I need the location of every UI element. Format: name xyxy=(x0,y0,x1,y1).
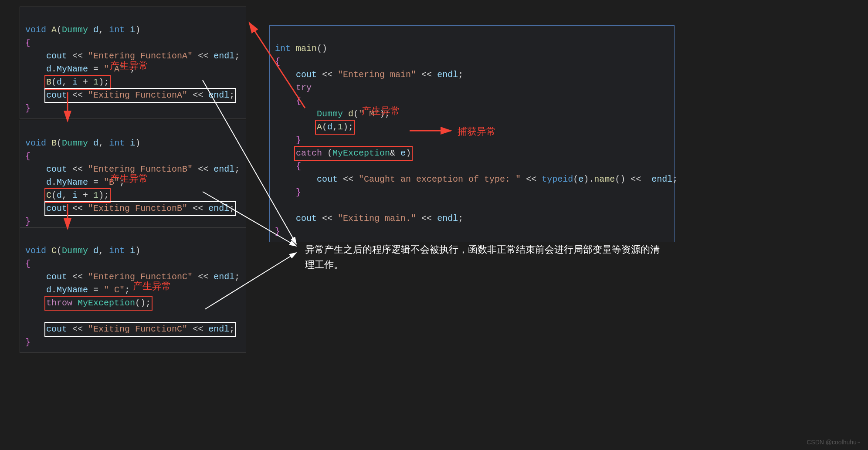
keyword-catch: catch xyxy=(296,148,322,158)
annotation-catch: 捕获异常 xyxy=(458,125,496,138)
highlight-call-b: B(d, i + 1); xyxy=(44,75,111,90)
string-enter-main: "Entering main" xyxy=(338,70,416,80)
annotation-exception-c: 产生异常 xyxy=(133,280,171,293)
arg-d: d xyxy=(327,122,332,132)
fn-c-call: C xyxy=(46,190,51,200)
arg-i: i xyxy=(72,190,78,200)
cout: cout xyxy=(317,174,343,184)
op-insert: << xyxy=(322,70,332,80)
highlight-call-a: A(d,1); xyxy=(315,120,355,135)
brace-open: { xyxy=(296,96,301,106)
class-dummy: Dummy xyxy=(317,109,343,119)
endl: endl xyxy=(203,324,229,334)
endl: endl xyxy=(208,272,234,282)
cout: cout xyxy=(46,272,72,282)
type-dummy: Dummy xyxy=(62,246,88,256)
fn-b: B xyxy=(51,138,57,148)
endl: endl xyxy=(432,213,458,223)
var-d: d xyxy=(46,285,51,295)
highlight-skip-a: cout << "Exiting FunctionA" << endl; xyxy=(44,88,236,103)
var-d: d xyxy=(348,109,353,119)
brace-open: { xyxy=(25,38,31,48)
endl: endl xyxy=(203,203,229,213)
keyword-void: void xyxy=(25,138,46,148)
brace-open: { xyxy=(25,259,31,269)
keyword-int: int xyxy=(109,138,125,148)
cout: cout xyxy=(46,90,72,100)
string-exit-c: "Exiting FunctionC" xyxy=(88,324,187,334)
explanation-text: 异常产生之后的程序逻辑不会被执行，函数非正常结束前会进行局部变量等资源的清理工作… xyxy=(305,242,662,272)
brace-close: } xyxy=(25,337,31,347)
fn-c: C xyxy=(51,246,57,256)
keyword-void: void xyxy=(25,25,46,35)
fn-b-call: B xyxy=(46,77,51,87)
fn-typeid: typeid xyxy=(542,174,573,184)
fn-a: A xyxy=(51,25,57,35)
op-insert: << xyxy=(72,90,83,100)
brace-close: } xyxy=(296,135,301,145)
op-assign: = xyxy=(88,285,104,295)
param-d: d xyxy=(93,246,98,256)
op-plus: + xyxy=(78,77,93,87)
keyword-int: int xyxy=(275,44,291,54)
brace-open: { xyxy=(25,151,31,161)
endl: endl xyxy=(432,70,458,80)
param-i: i xyxy=(130,25,135,35)
cout: cout xyxy=(46,324,72,334)
op-insert: << xyxy=(193,90,203,100)
endl: endl xyxy=(646,174,672,184)
string-caught: "Caught an exception of type: " xyxy=(359,174,521,184)
op-insert: << xyxy=(72,272,83,282)
endl: endl xyxy=(203,90,229,100)
endl: endl xyxy=(208,51,234,61)
cout: cout xyxy=(296,70,322,80)
brace-close: } xyxy=(25,103,31,113)
endl: endl xyxy=(208,164,234,174)
type-dummy: Dummy xyxy=(62,25,88,35)
keyword-int: int xyxy=(109,246,125,256)
op-insert: << xyxy=(72,164,83,174)
string-exit-b: "Exiting FunctionB" xyxy=(88,203,187,213)
num-1: 1 xyxy=(93,77,98,87)
arg-i: i xyxy=(72,77,78,87)
arg-d: d xyxy=(57,190,62,200)
op-insert: << xyxy=(631,174,641,184)
keyword-int: int xyxy=(109,25,125,35)
brace-open: { xyxy=(296,161,301,171)
brace-close: } xyxy=(296,187,301,197)
op-insert: << xyxy=(343,174,353,184)
string-exit-a: "Exiting FunctionA" xyxy=(88,90,187,100)
keyword-throw: throw xyxy=(46,298,72,308)
op-insert: << xyxy=(72,203,83,213)
op-insert: << xyxy=(72,324,83,334)
brace-close: } xyxy=(25,217,31,227)
var-d: d xyxy=(46,64,51,74)
op-insert: << xyxy=(193,324,203,334)
keyword-try: try xyxy=(296,83,312,93)
brace-close: } xyxy=(275,227,280,237)
highlight-skip-c: cout << "Exiting FunctionC" << endl; xyxy=(44,322,236,337)
brace-open: { xyxy=(275,57,280,67)
cout: cout xyxy=(46,164,72,174)
prop-myname: MyName xyxy=(57,285,88,295)
watermark: CSDN @coolhuhu~ xyxy=(807,439,860,446)
fn-name: name xyxy=(594,174,615,184)
type-dummy: Dummy xyxy=(62,138,88,148)
op-insert: << xyxy=(421,213,432,223)
class-myexception: MyException xyxy=(332,148,390,158)
param-i: i xyxy=(130,138,135,148)
prop-myname: MyName xyxy=(57,177,88,187)
fn-main: main xyxy=(296,44,317,54)
annotation-exception-a: 产生异常 xyxy=(110,59,148,72)
param-d: d xyxy=(93,138,98,148)
op-insert: << xyxy=(526,174,536,184)
highlight-throw: throw MyException(); xyxy=(44,296,153,311)
string-exit-main: "Exiting main." xyxy=(338,213,416,223)
cout: cout xyxy=(46,203,72,213)
string-c: " C" xyxy=(104,285,125,295)
param-d: d xyxy=(93,25,98,35)
num-1: 1 xyxy=(338,122,343,132)
keyword-void: void xyxy=(25,246,46,256)
fn-a-call: A xyxy=(317,122,322,132)
cout: cout xyxy=(296,213,322,223)
